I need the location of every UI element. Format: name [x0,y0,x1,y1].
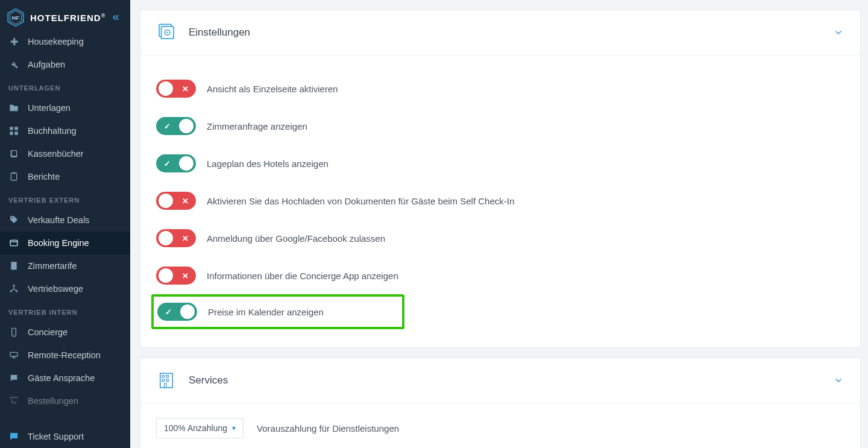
sidebar-item-verkaufte-deals[interactable]: Verkaufte Deals [0,209,130,232]
sidebar-item-ticket-support[interactable]: Ticket Support [0,425,130,448]
sidebar-item-label: Ticket Support [28,432,84,441]
x-icon: ✕ [180,84,190,93]
setting-toggle[interactable]: ✓ [157,303,197,321]
settings-card-title: Einstellungen [189,27,250,39]
svg-point-19 [166,32,168,34]
network-icon [8,283,19,294]
sidebar-item-unterlagen[interactable]: Unterlagen [0,96,130,119]
services-card: Services 100% Anzahlung ▾ Vorauszahlung … [140,358,861,448]
x-icon: ✕ [180,271,190,280]
broom-icon: ✚ [8,36,19,47]
sidebar-item-zimmertarife[interactable]: Zimmertarife [0,254,130,277]
tag-icon [8,215,19,226]
setting-toggle[interactable]: ✕ [156,80,196,98]
main-content: Einstellungen ✕Ansicht als Einzelseite a… [130,0,868,448]
setting-toggle[interactable]: ✕ [156,192,196,210]
svg-rect-21 [162,376,164,377]
engine-icon [8,238,19,248]
sidebar-item-concierge[interactable]: Concierge [0,321,130,344]
setting-label: Zimmeranfrage anzeigen [207,121,307,131]
services-card-body: 100% Anzahlung ▾ Vorauszahlung für Diens… [140,403,860,448]
sidebar-item-aufgaben[interactable]: Aufgaben [0,53,130,76]
settings-card-header[interactable]: Einstellungen [140,10,860,55]
select-value: 100% Anzahlung [164,423,227,433]
chevron-down-icon[interactable] [832,27,844,39]
setting-toggle[interactable]: ✕ [156,267,196,285]
setting-toggle[interactable]: ✓ [156,117,196,135]
services-card-title: Services [189,374,228,386]
services-card-icon [156,370,177,391]
setting-label: Preise im Kalender anzeigen [208,307,324,317]
setting-row-highlighted: ✓Preise im Kalender anzeigen [151,294,404,329]
setting-toggle[interactable]: ✕ [156,229,196,247]
sidebar-item-label: Verkaufte Deals [28,215,89,225]
sidebar-item-label: Unterlagen [28,103,71,113]
chevron-down-icon[interactable] [832,374,844,386]
setting-toggle[interactable]: ✓ [156,154,196,172]
brand-name: HOTELFRIEND® [30,13,105,23]
sidebar-item-gaeste-ansprache[interactable]: Gäste Ansprache [0,367,130,390]
sidebar-item-buchhaltung[interactable]: Buchhaltung [0,119,130,142]
caret-down-icon: ▾ [232,424,236,432]
chat-icon [8,373,19,383]
svg-rect-24 [166,379,168,381]
sidebar-collapse-button[interactable] [110,11,122,24]
sidebar-item-label: Housekeeping [28,37,84,46]
setting-row: ✕Informationen über die Concierge App an… [156,257,844,294]
sidebar-item-label: Zimmertarife [28,261,77,271]
services-card-header[interactable]: Services [140,358,860,403]
sidebar-section-unterlagen: UNTERLAGEN [0,76,130,96]
sidebar-item-vertriebswege[interactable]: Vertriebswege [0,277,130,300]
sidebar-item-bestellungen[interactable]: Bestellungen [0,390,130,412]
sidebar-item-label: Aufgaben [28,60,65,69]
setting-label: Aktivieren Sie das Hochladen von Dokumen… [207,196,514,206]
prepayment-description: Vorauszahlung für Dienstleistungen [257,423,399,434]
settings-card: Einstellungen ✕Ansicht als Einzelseite a… [140,10,861,348]
sidebar-item-label: Booking Engine [28,238,89,248]
cart-icon [8,396,19,406]
sidebar-item-berichte[interactable]: Berichte [0,165,130,188]
sidebar-item-label: Berichte [28,172,60,181]
sidebar: HF HOTELFRIEND® ✚ Housekeeping Aufgaben … [0,0,130,448]
sidebar-nav: ✚ Housekeeping Aufgaben UNTERLAGEN Unter… [0,35,130,414]
sidebar-item-booking-engine[interactable]: Booking Engine [0,232,130,254]
check-icon: ✓ [162,159,172,168]
brand-logo[interactable]: HF HOTELFRIEND® [6,8,105,27]
sidebar-item-kassenbuecher[interactable]: Kassenbücher [0,142,130,165]
book-icon [8,148,19,159]
grid-icon [8,125,19,136]
svg-rect-7 [11,173,16,180]
sidebar-item-label: Buchhaltung [28,126,77,136]
chevron-double-left-icon [111,13,121,22]
prepayment-select[interactable]: 100% Anzahlung ▾ [156,418,244,438]
sidebar-item-label: Remote-Reception [28,350,101,360]
sidebar-item-label: Kassenbücher [28,149,84,159]
settings-card-body: ✕Ansicht als Einzelseite aktivieren✓Zimm… [140,55,860,347]
svg-rect-9 [10,240,17,245]
svg-point-10 [13,285,14,286]
sidebar-item-label: Vertriebswege [28,284,83,294]
svg-rect-6 [14,131,17,134]
sidebar-item-remote-reception[interactable]: Remote-Reception [0,344,130,367]
setting-label: Ansicht als Einzelseite aktivieren [207,84,338,94]
svg-rect-5 [10,131,13,134]
setting-label: Lageplan des Hotels anzeigen [207,159,329,169]
phone-icon [8,327,19,338]
svg-rect-4 [14,127,17,130]
setting-row: ✓Lageplan des Hotels anzeigen [156,145,844,182]
svg-text:HF: HF [12,14,20,21]
wrench-icon [8,59,19,70]
logo-icon: HF [6,8,25,27]
sidebar-item-housekeeping[interactable]: ✚ Housekeeping [0,35,130,53]
setting-row: ✕Aktivieren Sie das Hochladen von Dokume… [156,182,844,219]
svg-rect-23 [162,379,164,381]
svg-rect-8 [13,172,15,174]
desk-icon [8,350,19,361]
setting-row: ✕Anmeldung über Google/Facebook zulassen [156,219,844,257]
folder-icon [8,103,19,113]
svg-rect-25 [165,383,166,388]
svg-rect-3 [10,127,13,130]
sidebar-header: HF HOTELFRIEND® [0,0,130,35]
svg-rect-15 [10,352,17,356]
setting-row: ✕Ansicht als Einzelseite aktivieren [156,70,844,107]
